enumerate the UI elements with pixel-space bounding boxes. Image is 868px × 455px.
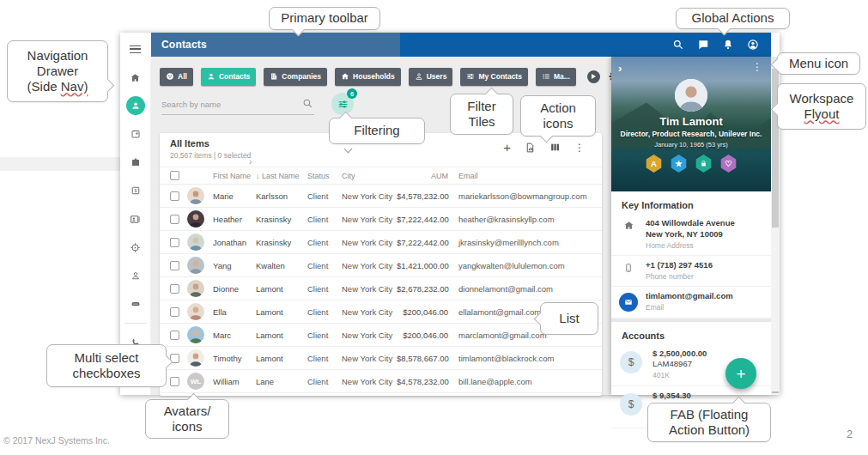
global-actions [672, 39, 771, 51]
tile-label: Users [427, 72, 447, 81]
fab-add-button[interactable]: + [725, 358, 756, 389]
billing-icon[interactable]: $ [123, 180, 149, 201]
table-row[interactable]: Heather Krasinsky Client New York City $… [160, 208, 602, 231]
avatar [187, 326, 204, 343]
table-row[interactable]: Dionne Lamont Client New York City $2,67… [160, 277, 602, 300]
navigation-drawer: $ [120, 33, 151, 395]
user-outline-icon [415, 72, 423, 81]
tile-contacts[interactable]: Contacts [201, 68, 256, 86]
more-vertical-icon[interactable]: ⋮ [574, 143, 585, 153]
target-icon[interactable] [123, 237, 149, 258]
person-icon[interactable] [123, 265, 149, 286]
column-first-name[interactable]: First Name [213, 172, 256, 180]
column-city[interactable]: City [342, 172, 397, 180]
column-status[interactable]: Status [307, 172, 342, 180]
callout-fab: FAB (Floating Action Button) [647, 403, 771, 442]
page-number: 2 [847, 428, 853, 440]
columns-icon[interactable] [549, 142, 561, 153]
table-row[interactable]: Jonathan Krasinsky Client New York City … [160, 231, 602, 254]
tile-ma-truncated[interactable]: Ma... [536, 68, 576, 86]
list-action-icons: + ⋮ [503, 141, 585, 154]
key-info-item-email[interactable]: timlamont@gmail.com Email [611, 287, 771, 318]
export-icon[interactable] [525, 142, 536, 154]
sliders-icon [466, 72, 475, 81]
dollar-icon: $ [620, 393, 642, 416]
accounts-heading: Accounts [611, 322, 771, 344]
search-row: 6 [161, 96, 385, 118]
callout-filter-tiles: Filter Tiles [450, 94, 513, 135]
callout-filtering: Filtering [329, 118, 425, 144]
flyout-menu-icon[interactable]: ⋮ [752, 61, 762, 73]
row-checkbox[interactable] [170, 238, 179, 247]
lock-badge[interactable] [695, 155, 713, 173]
row-checkbox[interactable] [170, 331, 179, 340]
background-band [0, 157, 120, 171]
chat-icon[interactable] [697, 39, 709, 51]
avatar [187, 210, 204, 228]
tile-households[interactable]: Households [335, 68, 401, 86]
callout-action-icons: Action icons [520, 95, 596, 136]
heart-badge[interactable]: ♡ [720, 155, 737, 173]
table-body: Marie Karlsson Client New York City $4,5… [160, 185, 602, 393]
table-row[interactable]: Timothy Lamont Client New York City $8,5… [160, 347, 602, 370]
column-last-name[interactable]: ↓ Last Name [256, 172, 307, 180]
column-aum[interactable]: AUM [397, 172, 448, 180]
avatar [187, 234, 204, 251]
list-icon [542, 72, 550, 81]
callout-avatars-icons: Avatars/ icons [145, 399, 229, 439]
avatar [187, 349, 204, 367]
key-info-item-phone[interactable]: +1 (718) 297 4516 Phone number [611, 256, 771, 287]
chevron-right-icon[interactable]: › [249, 157, 252, 167]
badge-row: A ★ ♡ [646, 155, 737, 173]
chevron-down-icon[interactable] [344, 145, 353, 154]
row-checkbox[interactable] [170, 284, 179, 294]
key-info-item-address[interactable]: 404 Willowdale Avenue New York, NY 10009… [611, 214, 771, 256]
notifications-icon[interactable] [722, 39, 734, 51]
contact-card-icon[interactable] [123, 209, 149, 229]
add-icon[interactable]: + [503, 141, 511, 154]
search-icon[interactable] [672, 39, 684, 51]
list-card: All Items 20,567 items | 0 selected › + … [160, 133, 602, 396]
label-ellipsis-icon[interactable] [123, 294, 149, 314]
table-row[interactable]: WL William Lane Client New York City $4,… [160, 370, 602, 393]
row-checkbox[interactable] [170, 261, 179, 270]
menu-icon[interactable] [123, 39, 149, 59]
filter-count-badge: 6 [347, 88, 357, 99]
tile-users[interactable]: Users [409, 68, 453, 86]
home-icon[interactable] [123, 67, 149, 88]
caption: Email [646, 303, 733, 312]
callout-global-actions: Global Actions [676, 8, 790, 29]
grade-a-badge[interactable]: A [646, 155, 663, 173]
column-email[interactable]: Email [448, 172, 602, 180]
sidebar-item-contacts[interactable] [123, 95, 149, 116]
callout-multi-select-checkboxes: Multi select checkboxes [46, 344, 167, 387]
avatar [187, 303, 204, 320]
row-checkbox[interactable] [170, 191, 179, 201]
collapse-chevron-icon[interactable]: › [618, 62, 622, 75]
row-checkbox[interactable] [170, 215, 179, 224]
star-badge[interactable]: ★ [671, 155, 688, 173]
group-icon [166, 72, 174, 81]
calendar-icon[interactable] [123, 124, 149, 144]
tile-all[interactable]: All [160, 68, 193, 86]
mobile-icon [623, 262, 634, 274]
tile-my-contacts[interactable]: My Contacts [460, 68, 528, 86]
table-row[interactable]: Yang Kwalten Client New York City $1,421… [160, 254, 602, 277]
row-checkbox[interactable] [170, 307, 179, 317]
briefcase-icon[interactable] [123, 152, 149, 173]
lock-icon [699, 159, 708, 168]
row-checkbox[interactable] [170, 377, 179, 386]
table-row[interactable]: Marie Karlsson Client New York City $4,5… [160, 185, 602, 208]
chevron-right-circle-icon[interactable] [587, 70, 600, 83]
callout-menu-icon: Menu icon [777, 52, 860, 75]
table-row[interactable]: Marc Lamont Client New York City $200,04… [160, 324, 602, 347]
tile-label: Households [353, 72, 395, 81]
account-icon[interactable] [747, 39, 759, 51]
search-input[interactable] [161, 96, 314, 115]
tile-companies[interactable]: Companies [264, 68, 327, 86]
sliders-icon [337, 99, 349, 110]
search-icon[interactable] [302, 98, 313, 109]
select-all-checkbox[interactable] [170, 171, 179, 180]
table-header: First Name ↓ Last Name Status City AUM E… [160, 167, 602, 185]
tile-label: Companies [282, 72, 321, 81]
